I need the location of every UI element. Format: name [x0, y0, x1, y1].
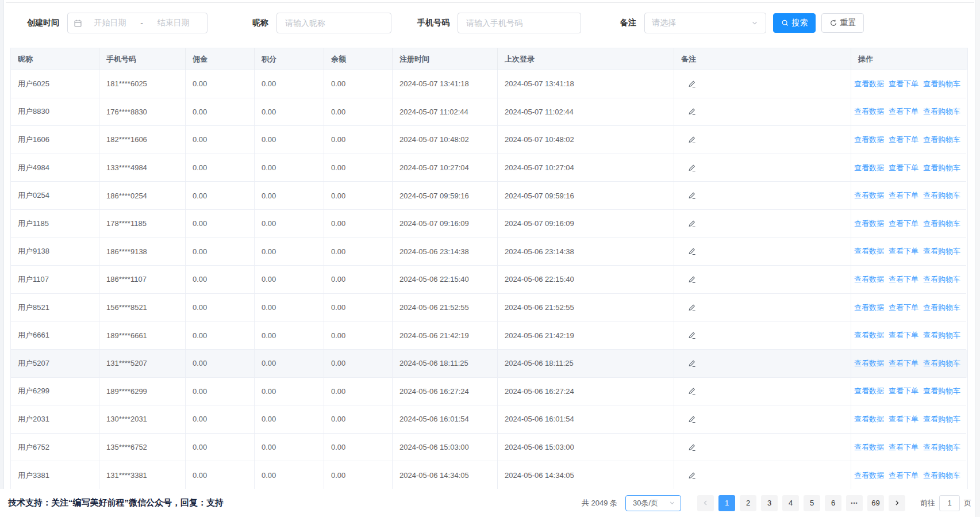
start-date-placeholder[interactable]: 开始日期	[82, 18, 138, 28]
remark-select[interactable]: 请选择	[644, 13, 766, 33]
phone-cell: 186****0254	[99, 182, 186, 210]
view-cart-link[interactable]: 查看购物车	[923, 330, 960, 340]
view-order-link[interactable]: 查看下单	[889, 302, 918, 313]
view-data-link[interactable]: 查看数据	[854, 79, 884, 89]
view-data-link[interactable]: 查看数据	[854, 163, 884, 173]
pager-page-button[interactable]: 5	[804, 495, 820, 511]
edit-remark-button[interactable]	[688, 304, 696, 312]
edit-remark-button[interactable]	[688, 472, 696, 480]
edit-pencil-icon	[688, 220, 696, 228]
view-cart-link[interactable]: 查看购物车	[923, 219, 960, 229]
view-cart-link[interactable]: 查看购物车	[923, 442, 960, 453]
edit-remark-button[interactable]	[688, 359, 696, 367]
edit-remark-button[interactable]	[688, 136, 696, 144]
view-cart-link[interactable]: 查看购物车	[923, 79, 960, 89]
scrollbar[interactable]	[975, 0, 980, 517]
view-data-link[interactable]: 查看数据	[854, 386, 884, 396]
view-cart-link[interactable]: 查看购物车	[923, 358, 960, 369]
balance-cell: 0.00	[324, 434, 393, 462]
registered-cell: 2024-05-06 21:42:19	[393, 321, 498, 350]
view-order-link[interactable]: 查看下单	[889, 246, 918, 256]
view-order-link[interactable]: 查看下单	[889, 358, 918, 369]
edit-remark-button[interactable]	[688, 164, 696, 172]
view-order-link[interactable]: 查看下单	[889, 79, 918, 89]
view-data-link[interactable]: 查看数据	[854, 190, 884, 201]
table-row: 用户6661 189****6661 0.00 0.00 0.00 2024-0…	[11, 321, 967, 350]
goto-page-input[interactable]	[939, 495, 960, 511]
view-cart-link[interactable]: 查看购物车	[923, 106, 960, 117]
view-order-link[interactable]: 查看下单	[889, 163, 918, 173]
pager-page-button[interactable]: 6	[825, 495, 841, 511]
remark-cell	[674, 266, 851, 294]
edit-remark-button[interactable]	[688, 80, 696, 88]
edit-remark-button[interactable]	[688, 247, 696, 255]
edit-remark-button[interactable]	[688, 275, 696, 284]
edit-remark-button[interactable]	[688, 108, 696, 116]
operations-cell: 查看数据 查看下单 查看购物车	[851, 98, 966, 127]
view-order-link[interactable]: 查看下单	[889, 470, 918, 481]
view-order-link[interactable]: 查看下单	[889, 106, 918, 117]
pager-more-button[interactable]: •••	[846, 495, 863, 511]
nickname-cell: 用户9138	[11, 238, 99, 266]
operations-cell: 查看数据 查看下单 查看购物车	[851, 434, 966, 462]
registered-cell: 2024-05-06 23:14:38	[393, 238, 498, 266]
view-cart-link[interactable]: 查看购物车	[923, 274, 960, 285]
view-order-link[interactable]: 查看下单	[889, 274, 918, 285]
balance-cell: 0.00	[324, 182, 393, 210]
view-data-link[interactable]: 查看数据	[854, 274, 884, 285]
view-cart-link[interactable]: 查看购物车	[923, 163, 960, 173]
last-login-cell: 2024-05-06 18:11:25	[498, 350, 674, 378]
pager-page-button[interactable]: 69	[867, 495, 884, 511]
view-order-link[interactable]: 查看下单	[889, 386, 918, 396]
view-cart-link[interactable]: 查看购物车	[923, 190, 960, 201]
search-button[interactable]: 搜索	[773, 13, 816, 33]
view-cart-link[interactable]: 查看购物车	[923, 135, 960, 145]
view-cart-link[interactable]: 查看购物车	[923, 246, 960, 256]
view-cart-link[interactable]: 查看购物车	[923, 302, 960, 313]
view-order-link[interactable]: 查看下单	[889, 219, 918, 229]
phone-input[interactable]	[458, 13, 581, 33]
pager-page-button[interactable]: 1	[718, 495, 735, 511]
nickname-input[interactable]	[276, 13, 391, 33]
next-page-button[interactable]	[889, 495, 905, 511]
phone-cell: 186****1107	[99, 266, 186, 294]
view-order-link[interactable]: 查看下单	[889, 442, 918, 453]
edit-remark-button[interactable]	[688, 331, 696, 339]
date-range-picker[interactable]: 开始日期 - 结束日期	[67, 13, 207, 33]
edit-remark-button[interactable]	[688, 387, 696, 395]
view-cart-link[interactable]: 查看购物车	[923, 414, 960, 424]
commission-cell: 0.00	[186, 294, 255, 322]
edit-remark-button[interactable]	[688, 443, 696, 451]
view-order-link[interactable]: 查看下单	[889, 135, 918, 145]
end-date-placeholder[interactable]: 结束日期	[145, 18, 201, 28]
column-header-registered: 注册时间	[393, 48, 498, 70]
edit-remark-button[interactable]	[688, 415, 696, 423]
view-cart-link[interactable]: 查看购物车	[923, 386, 960, 396]
edit-remark-button[interactable]	[688, 192, 696, 200]
edit-remark-button[interactable]	[688, 220, 696, 228]
view-data-link[interactable]: 查看数据	[854, 442, 884, 453]
pager-page-button[interactable]: 3	[761, 495, 778, 511]
view-order-link[interactable]: 查看下单	[889, 190, 918, 201]
view-order-link[interactable]: 查看下单	[889, 330, 918, 340]
column-header-phone: 手机号码	[99, 48, 186, 70]
operations-cell: 查看数据 查看下单 查看购物车	[851, 294, 966, 322]
view-data-link[interactable]: 查看数据	[854, 470, 884, 481]
view-data-link[interactable]: 查看数据	[854, 358, 884, 369]
calendar-icon	[74, 19, 82, 28]
page-size-select[interactable]: 30条/页	[625, 495, 681, 511]
view-data-link[interactable]: 查看数据	[854, 414, 884, 424]
view-data-link[interactable]: 查看数据	[854, 302, 884, 313]
view-data-link[interactable]: 查看数据	[854, 106, 884, 117]
view-cart-link[interactable]: 查看购物车	[923, 470, 960, 481]
view-data-link[interactable]: 查看数据	[854, 246, 884, 256]
view-order-link[interactable]: 查看下单	[889, 414, 918, 424]
view-data-link[interactable]: 查看数据	[854, 135, 884, 145]
view-data-link[interactable]: 查看数据	[854, 219, 884, 229]
view-data-link[interactable]: 查看数据	[854, 330, 884, 340]
phone-cell: 133****4984	[99, 154, 186, 182]
prev-page-button[interactable]	[697, 495, 714, 511]
reset-button[interactable]: 重置	[821, 13, 864, 33]
pager-page-button[interactable]: 2	[740, 495, 756, 511]
pager-page-button[interactable]: 4	[782, 495, 799, 511]
